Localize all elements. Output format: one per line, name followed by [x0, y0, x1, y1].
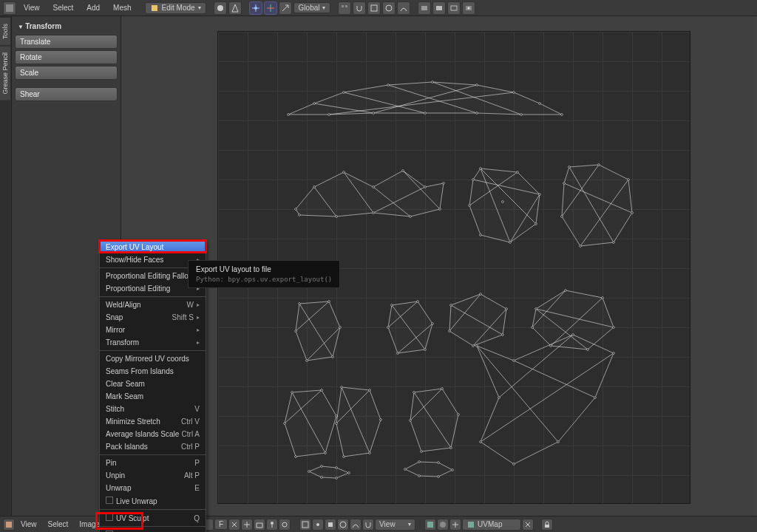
- tooltip-python: Python: bpy.ops.uv.export_layout(): [196, 276, 332, 283]
- menu-item-pin[interactable]: PinP: [100, 457, 206, 469]
- scale-button[interactable]: Scale: [15, 66, 118, 80]
- pin-icon[interactable]: [266, 519, 278, 531]
- svg-point-111: [348, 472, 350, 474]
- svg-point-20: [539, 103, 541, 105]
- uv-vertex-select-icon[interactable]: [312, 519, 324, 531]
- tab-tools[interactable]: Tools: [0, 18, 10, 45]
- menu-item-live-unwrap[interactable]: Live Unwrap: [100, 494, 206, 508]
- snap-bottom-icon[interactable]: [362, 519, 374, 531]
- shear-button[interactable]: Shear: [15, 87, 118, 101]
- svg-point-122: [271, 522, 274, 525]
- uv-channel-icon[interactable]: [424, 519, 436, 531]
- svg-point-52: [613, 242, 615, 244]
- top-menu-view[interactable]: View: [18, 2, 46, 13]
- menu-item-pack-islands[interactable]: Pack IslandsCtrl P: [100, 440, 206, 453]
- render-icon-1[interactable]: [418, 1, 431, 15]
- bottom-menu-view[interactable]: View: [16, 519, 42, 530]
- svg-rect-120: [6, 522, 12, 528]
- top-menu-select[interactable]: Select: [47, 2, 80, 13]
- menu-item-unpin[interactable]: UnpinAlt P: [100, 469, 206, 482]
- menu-item-constrain-to-image-bounds[interactable]: Constrain to Image Bounds: [100, 528, 206, 532]
- svg-point-16: [387, 84, 390, 86]
- rotate-button[interactable]: Rotate: [15, 50, 118, 64]
- draw-stretch-icon[interactable]: [437, 519, 449, 531]
- menu-item-mirror[interactable]: Mirror▸: [100, 324, 206, 336]
- svg-point-48: [568, 166, 571, 168]
- menu-item-stitch[interactable]: StitchV: [100, 403, 206, 415]
- svg-point-14: [313, 103, 316, 105]
- mode-selector[interactable]: Edit Mode ▾: [145, 2, 206, 14]
- translate-button[interactable]: Translate: [15, 35, 118, 49]
- menu-item-clear-seam[interactable]: Clear Seam: [100, 378, 206, 390]
- orientation-selector[interactable]: Global▾: [293, 2, 331, 13]
- proportional-falloff-icon[interactable]: [397, 1, 410, 15]
- proportional-bottom-icon[interactable]: [337, 519, 349, 531]
- svg-point-66: [397, 352, 399, 355]
- uvmap-field[interactable]: UVMap: [462, 519, 521, 531]
- manipulator-translate-icon[interactable]: [279, 1, 292, 15]
- snap-icon[interactable]: [353, 1, 366, 15]
- svg-rect-5: [345, 5, 347, 7]
- f-button[interactable]: F: [214, 519, 228, 530]
- svg-point-89: [498, 397, 500, 399]
- svg-point-90: [291, 392, 293, 394]
- svg-point-80: [532, 327, 534, 329]
- transform-section-header[interactable]: Transform: [15, 19, 118, 33]
- pivot-bottom-icon[interactable]: [279, 519, 291, 531]
- svg-point-60: [306, 360, 308, 362]
- svg-point-25: [520, 114, 523, 116]
- svg-point-55: [563, 183, 566, 185]
- menu-item-copy-mirrored-uv-coords[interactable]: Copy Mirrored UV coords: [100, 352, 206, 365]
- menu-item-export-uv-layout[interactable]: Export UV Layout: [100, 241, 206, 253]
- tab-grease-pencil[interactable]: Grease Pencil: [0, 47, 10, 100]
- shading-limit-icon[interactable]: [228, 1, 242, 15]
- new-image-icon[interactable]: [241, 519, 253, 531]
- normalized-icon[interactable]: [449, 519, 461, 531]
- menu-item-weld-align[interactable]: Weld/AlignW▸: [100, 299, 206, 311]
- menu-item-seams-from-islands[interactable]: Seams From Islands: [100, 365, 206, 378]
- render-icon-3[interactable]: [447, 1, 461, 15]
- layers-icon[interactable]: [338, 1, 351, 15]
- svg-point-62: [391, 304, 393, 307]
- bottom-menu-select[interactable]: Select: [43, 519, 74, 530]
- svg-point-58: [339, 327, 342, 329]
- menu-item-average-islands-scale[interactable]: Average Islands ScaleCtrl A: [100, 428, 206, 440]
- svg-point-113: [321, 477, 323, 479]
- menu-item-mark-seam[interactable]: Mark Seam: [100, 390, 206, 403]
- pivot-icon[interactable]: [249, 1, 262, 15]
- svg-point-115: [418, 461, 421, 463]
- uv-select-sync-icon[interactable]: [299, 519, 311, 531]
- svg-rect-10: [451, 6, 457, 10]
- checkbox-icon: [106, 514, 113, 521]
- menu-item-minimize-stretch[interactable]: Minimize StretchCtrl V: [100, 415, 206, 428]
- sticky-select-icon[interactable]: [325, 519, 336, 531]
- snap-target-icon[interactable]: [367, 1, 381, 15]
- top-menu-add[interactable]: Add: [81, 2, 106, 13]
- svg-point-45: [469, 205, 471, 207]
- svg-point-70: [506, 308, 508, 310]
- manipulator-icon[interactable]: [264, 1, 277, 15]
- menu-item-snap[interactable]: SnapShift S▸: [100, 311, 206, 324]
- editor-type-icon[interactable]: [3, 1, 16, 15]
- shading-solid-icon[interactable]: [214, 1, 227, 15]
- editor-type-bottom-icon[interactable]: [3, 519, 15, 531]
- proportional-icon[interactable]: [382, 1, 396, 15]
- falloff-bottom-icon[interactable]: [350, 519, 361, 531]
- render-icon-4[interactable]: [462, 1, 475, 15]
- open-image-icon[interactable]: [254, 519, 265, 531]
- menu-item-transform[interactable]: Transform▸: [100, 336, 206, 349]
- svg-point-118: [438, 476, 440, 478]
- menu-item-uv-sculpt[interactable]: UV SculptQ: [100, 511, 206, 525]
- svg-point-51: [631, 212, 634, 214]
- svg-point-82: [513, 360, 515, 362]
- lock-icon[interactable]: [541, 519, 553, 531]
- render-icon-2[interactable]: [432, 1, 446, 15]
- display-mode-field[interactable]: View▾: [375, 519, 415, 531]
- menu-item-unwrap[interactable]: UnwrapE: [100, 482, 206, 494]
- unlink-icon[interactable]: [228, 519, 240, 531]
- svg-point-36: [373, 212, 375, 214]
- remove-uvmap-icon[interactable]: [522, 519, 534, 531]
- svg-point-24: [476, 112, 478, 115]
- svg-point-125: [316, 523, 319, 526]
- top-menu-mesh[interactable]: Mesh: [107, 2, 137, 13]
